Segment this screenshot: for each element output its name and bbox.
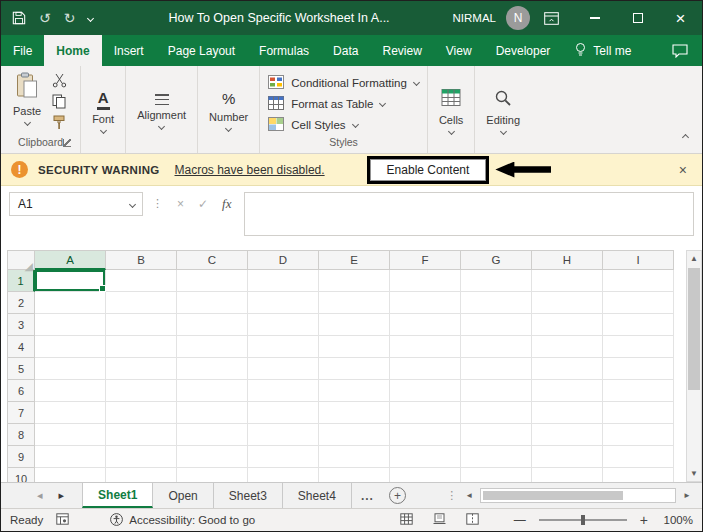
sheet-tab-sheet3[interactable]: Sheet3: [214, 483, 283, 508]
cell-C8[interactable]: [177, 424, 248, 446]
tell-me[interactable]: Tell me: [562, 35, 643, 66]
vertical-scrollbar-thumb[interactable]: [688, 268, 700, 390]
conditional-formatting-button[interactable]: Conditional Formatting: [268, 72, 419, 93]
name-box[interactable]: A1: [9, 192, 143, 216]
cell-F4[interactable]: [390, 336, 461, 358]
cell-A2[interactable]: [35, 292, 106, 314]
cell-D9[interactable]: [248, 446, 319, 468]
cell-D8[interactable]: [248, 424, 319, 446]
scroll-down-icon[interactable]: ▼: [687, 466, 701, 481]
zoom-slider[interactable]: [539, 519, 627, 521]
zoom-level[interactable]: 100%: [661, 514, 693, 526]
avatar[interactable]: N: [506, 6, 530, 30]
cell-E9[interactable]: [319, 446, 390, 468]
cell-I4[interactable]: [603, 336, 674, 358]
horizontal-scrollbar-thumb[interactable]: [483, 491, 623, 500]
cell-I3[interactable]: [603, 314, 674, 336]
save-icon[interactable]: [12, 11, 26, 25]
cell-G6[interactable]: [461, 380, 532, 402]
cell-H3[interactable]: [532, 314, 603, 336]
cell-B9[interactable]: [106, 446, 177, 468]
zoom-in-icon[interactable]: +: [640, 512, 648, 528]
cell-H10[interactable]: [532, 468, 603, 482]
scroll-left-icon[interactable]: ◄: [462, 491, 476, 500]
cell-H7[interactable]: [532, 402, 603, 424]
confirm-entry-icon[interactable]: ✓: [198, 197, 208, 211]
cell-C1[interactable]: [177, 270, 248, 292]
tab-insert[interactable]: Insert: [102, 35, 156, 66]
tab-file[interactable]: File: [1, 35, 44, 66]
tab-developer[interactable]: Developer: [484, 35, 563, 66]
scroll-right-icon[interactable]: ►: [680, 491, 694, 500]
cell-A7[interactable]: [35, 402, 106, 424]
column-header-C[interactable]: C: [177, 250, 248, 270]
tab-data[interactable]: Data: [321, 35, 370, 66]
format-as-table-button[interactable]: Format as Table: [268, 93, 419, 114]
vertical-scrollbar[interactable]: ▲ ▼: [686, 250, 702, 482]
cell-C2[interactable]: [177, 292, 248, 314]
cell-E6[interactable]: [319, 380, 390, 402]
cell-F9[interactable]: [390, 446, 461, 468]
select-all-corner[interactable]: ◢: [7, 250, 35, 270]
horizontal-scrollbar-track[interactable]: [480, 488, 676, 503]
row-header-10[interactable]: 10: [7, 468, 35, 482]
tab-page-layout[interactable]: Page Layout: [156, 35, 247, 66]
sheet-tab-open[interactable]: Open: [153, 483, 213, 508]
next-sheet-icon[interactable]: ▸: [59, 489, 65, 502]
new-sheet-button[interactable]: +: [389, 487, 406, 504]
user-name[interactable]: NIRMAL: [453, 12, 496, 24]
minimize-button[interactable]: [573, 1, 616, 35]
cell-styles-button[interactable]: Cell Styles: [268, 114, 419, 135]
row-header-3[interactable]: 3: [7, 314, 35, 336]
warning-close-icon[interactable]: ×: [674, 162, 692, 178]
cell-C10[interactable]: [177, 468, 248, 482]
cell-G9[interactable]: [461, 446, 532, 468]
cell-B3[interactable]: [106, 314, 177, 336]
row-header-4[interactable]: 4: [7, 336, 35, 358]
sheet-tab-sheet1[interactable]: Sheet1: [82, 483, 153, 508]
cell-G10[interactable]: [461, 468, 532, 482]
column-header-H[interactable]: H: [532, 250, 603, 270]
cell-H9[interactable]: [532, 446, 603, 468]
insert-function-icon[interactable]: fx: [222, 196, 231, 212]
cell-G7[interactable]: [461, 402, 532, 424]
redo-icon[interactable]: ↻: [64, 11, 76, 25]
horizontal-scrollbar[interactable]: ⋮ ◄ ►: [445, 483, 702, 508]
undo-icon[interactable]: ↺: [39, 11, 51, 25]
cell-C7[interactable]: [177, 402, 248, 424]
ribbon-group-alignment[interactable]: Alignment: [126, 66, 198, 153]
row-header-6[interactable]: 6: [7, 380, 35, 402]
cell-E10[interactable]: [319, 468, 390, 482]
page-layout-view-icon[interactable]: [433, 513, 446, 527]
cell-I8[interactable]: [603, 424, 674, 446]
scroll-up-icon[interactable]: ▲: [687, 251, 701, 266]
row-header-2[interactable]: 2: [7, 292, 35, 314]
cell-A3[interactable]: [35, 314, 106, 336]
cell-I10[interactable]: [603, 468, 674, 482]
cell-D10[interactable]: [248, 468, 319, 482]
cell-G4[interactable]: [461, 336, 532, 358]
cell-F10[interactable]: [390, 468, 461, 482]
ribbon-group-font[interactable]: A Font: [81, 66, 126, 153]
cell-F1[interactable]: [390, 270, 461, 292]
tab-formulas[interactable]: Formulas: [247, 35, 321, 66]
more-sheets-indicator[interactable]: ...: [352, 483, 383, 508]
cell-A1[interactable]: [35, 270, 106, 292]
cell-F3[interactable]: [390, 314, 461, 336]
cell-G5[interactable]: [461, 358, 532, 380]
formula-input[interactable]: [244, 192, 694, 236]
row-header-1[interactable]: 1: [7, 270, 35, 292]
zoom-out-icon[interactable]: —: [514, 513, 526, 527]
cell-B8[interactable]: [106, 424, 177, 446]
cell-I1[interactable]: [603, 270, 674, 292]
comments-icon[interactable]: [658, 35, 702, 66]
cell-E5[interactable]: [319, 358, 390, 380]
cell-A8[interactable]: [35, 424, 106, 446]
column-header-F[interactable]: F: [390, 250, 461, 270]
accessibility-status[interactable]: Accessibility: Good to go: [110, 513, 255, 528]
cell-F6[interactable]: [390, 380, 461, 402]
cell-B7[interactable]: [106, 402, 177, 424]
cell-C6[interactable]: [177, 380, 248, 402]
cell-H4[interactable]: [532, 336, 603, 358]
cell-I7[interactable]: [603, 402, 674, 424]
